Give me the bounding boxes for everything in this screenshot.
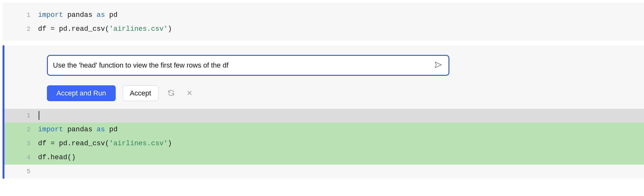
text-cursor — [39, 111, 39, 120]
diff-row[interactable]: 4df.head() — [3, 151, 644, 165]
diff-row[interactable]: 5 — [3, 165, 644, 179]
code-line[interactable]: df = pd.read_csv('airlines.csv') — [38, 22, 644, 36]
code-cell-original[interactable]: 12 import pandas as pddf = pd.read_csv('… — [3, 3, 644, 41]
prompt-input[interactable] — [47, 55, 449, 76]
line-number: 2 — [3, 22, 30, 36]
code-line[interactable]: df = pd.read_csv('airlines.csv') — [38, 137, 644, 151]
diff-row[interactable]: 2import pandas as pd — [3, 123, 644, 137]
diff-row[interactable]: 1 — [3, 109, 644, 123]
code-cell-diff[interactable]: 12import pandas as pd3df = pd.read_csv('… — [3, 109, 644, 179]
close-icon — [186, 89, 193, 98]
line-number: 3 — [3, 137, 38, 151]
diff-row[interactable]: 3df = pd.read_csv('airlines.csv') — [3, 137, 644, 151]
ai-prompt-panel: Accept and Run Accept — [3, 43, 644, 109]
code-line[interactable]: import pandas as pd — [38, 123, 644, 137]
code-line[interactable]: import pandas as pd — [38, 8, 644, 22]
send-icon — [434, 61, 442, 70]
line-number: 4 — [3, 151, 38, 165]
action-button-row: Accept and Run Accept — [47, 85, 636, 101]
accept-button[interactable]: Accept — [123, 85, 158, 101]
line-number: 1 — [3, 8, 30, 22]
send-button[interactable] — [433, 60, 444, 71]
notebook-container: 12 import pandas as pddf = pd.read_csv('… — [3, 3, 644, 179]
line-number: 2 — [3, 123, 38, 137]
dismiss-button[interactable] — [184, 87, 195, 100]
code-body[interactable]: import pandas as pddf = pd.read_csv('air… — [38, 8, 644, 36]
prompt-input-wrap — [47, 55, 449, 76]
active-cell-indicator — [3, 109, 4, 179]
regenerate-button[interactable] — [165, 87, 177, 100]
line-gutter: 12 — [3, 8, 38, 36]
active-cell-indicator — [3, 45, 4, 109]
line-number: 5 — [3, 165, 38, 179]
line-number: 1 — [3, 109, 38, 123]
refresh-icon — [167, 89, 175, 98]
code-line[interactable]: df.head() — [38, 151, 644, 165]
code-line[interactable] — [38, 109, 644, 123]
accept-and-run-button[interactable]: Accept and Run — [47, 85, 116, 101]
